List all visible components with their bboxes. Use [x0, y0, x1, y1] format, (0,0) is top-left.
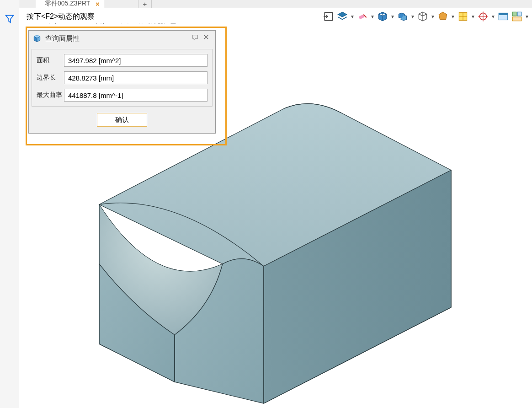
dropdown-icon[interactable]: ▼ [370, 14, 375, 19]
face-select-icon[interactable] [457, 11, 469, 22]
max-curvature-value[interactable]: 441887.8 [mm^-1] [64, 89, 207, 102]
dropdown-icon[interactable]: ▼ [451, 14, 455, 19]
hint-text: 按下<F2>动态的观察 [27, 12, 95, 21]
left-sidebar [0, 0, 19, 408]
dropdown-icon[interactable]: ▼ [491, 14, 495, 19]
max-curvature-label: 最大曲率 [37, 91, 64, 99]
dropdown-icon[interactable]: ▼ [431, 14, 435, 19]
face-properties-dialog: 查询面属性 面积 3497.982 [mm^2] 边界长 428.8273 [m… [28, 30, 216, 134]
new-tab-button[interactable]: + [138, 0, 152, 8]
svg-rect-8 [517, 12, 521, 16]
cube-wire-icon[interactable] [417, 11, 429, 22]
view-toolbar: ▼ ▼ ▼ ▼ ▼ ▼ ▼ ▼ ▼ [323, 8, 529, 25]
erase-icon[interactable] [356, 11, 368, 22]
svg-rect-6 [499, 13, 508, 15]
svg-rect-1 [359, 15, 365, 19]
svg-rect-9 [512, 17, 521, 21]
area-value[interactable]: 3497.982 [mm^2] [64, 54, 207, 67]
tab-strip: 零件005.Z3PRT × + [19, 0, 532, 8]
tab-close-icon[interactable]: × [96, 0, 99, 8]
target-icon[interactable] [477, 11, 489, 22]
dropdown-icon[interactable]: ▼ [390, 14, 395, 19]
window-icon[interactable] [497, 11, 509, 22]
document-tab[interactable]: 零件005.Z3PRT × [36, 0, 104, 9]
svg-rect-7 [512, 12, 516, 16]
close-icon[interactable] [201, 34, 212, 43]
dropdown-icon[interactable]: ▼ [471, 14, 475, 19]
filter-icon[interactable] [5, 14, 15, 24]
feedback-icon[interactable] [190, 34, 201, 43]
dropdown-icon[interactable]: ▼ [525, 14, 529, 19]
dialog-titlebar[interactable]: 查询面属性 [29, 31, 215, 46]
dropdown-icon[interactable]: ▼ [410, 14, 415, 19]
svg-marker-2 [439, 12, 447, 19]
confirm-button[interactable]: 确认 [97, 113, 147, 127]
perimeter-label: 边界长 [37, 74, 64, 82]
dialog-title: 查询面属性 [45, 34, 190, 43]
tab-label: 零件005.Z3PRT [45, 0, 90, 7]
import-icon[interactable] [323, 11, 335, 22]
layout-icon[interactable] [511, 11, 523, 22]
layers-icon[interactable] [336, 11, 348, 22]
dropdown-icon[interactable]: ▼ [350, 14, 355, 19]
area-label: 面积 [37, 56, 64, 64]
polygon-icon[interactable] [437, 11, 449, 22]
cube-icon [32, 34, 42, 43]
cube-blue-icon[interactable] [377, 11, 388, 22]
dialog-body: 面积 3497.982 [mm^2] 边界长 428.8273 [mm] 最大曲… [32, 49, 213, 107]
cube-stack-icon[interactable] [397, 11, 409, 22]
perimeter-value[interactable]: 428.8273 [mm] [64, 71, 207, 84]
